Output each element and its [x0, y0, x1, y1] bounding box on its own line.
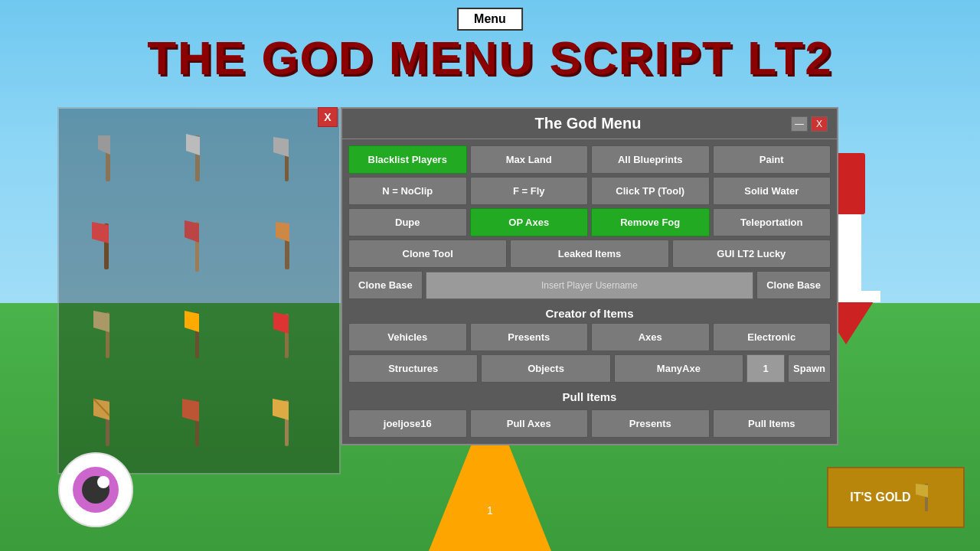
axe-icon-12	[262, 393, 315, 454]
gold-axe-icon	[911, 482, 942, 513]
button-row-4: Clone Tool Leaked Items GUI LT2 Lucky	[348, 240, 831, 268]
svg-marker-16	[185, 311, 199, 332]
axe-icon-4	[83, 216, 136, 277]
svg-marker-24	[182, 399, 199, 422]
axe-slot-1	[67, 116, 152, 201]
solid-water-button[interactable]: Solid Water	[713, 177, 831, 205]
axe-icon-10	[83, 393, 136, 454]
left-panel-close-button[interactable]: X	[318, 107, 338, 127]
noclip-button[interactable]: N = NoClip	[348, 177, 467, 205]
close-button[interactable]: X	[811, 116, 828, 132]
button-row-2: N = NoClip F = Fly Click TP (Tool) Solid…	[348, 177, 831, 205]
pull-items-row: joeljose16 Pull Axes Presents Pull Items	[348, 409, 831, 438]
paint-button[interactable]: Paint	[713, 145, 831, 174]
pull-presents-button[interactable]: Presents	[591, 409, 710, 438]
clone-base-row: Clone Base Clone Base	[348, 271, 831, 299]
axe-slot-6	[246, 204, 332, 289]
svg-marker-37	[916, 484, 928, 497]
click-tp-button[interactable]: Click TP (Tool)	[591, 177, 710, 205]
god-menu-body: Blacklist Players Max Land All Blueprint…	[342, 139, 837, 444]
axe-icon-1	[83, 128, 136, 189]
spawn-button[interactable]: Spawn	[788, 354, 831, 383]
gold-item: IT'S GOLD	[827, 467, 965, 528]
svg-marker-18	[273, 312, 289, 334]
axes-panel	[57, 107, 341, 474]
god-menu-titlebar: The God Menu — X	[342, 109, 837, 139]
dupe-button[interactable]: Dupe	[348, 208, 467, 236]
minimize-button[interactable]: —	[791, 116, 808, 132]
page-number: 1	[487, 504, 493, 517]
pull-items-button[interactable]: Pull Items	[713, 409, 831, 438]
creator-row-1: Vehicles Presents Axes Electronic	[348, 323, 831, 351]
axes-button[interactable]: Axes	[591, 323, 710, 351]
axe-icon-5	[172, 216, 226, 277]
teleportation-button[interactable]: Teleportation	[713, 208, 831, 236]
axe-slot-5	[156, 204, 242, 289]
svg-point-35	[102, 478, 108, 484]
axe-icon-9	[262, 305, 315, 366]
presents-button[interactable]: Presents	[470, 323, 589, 351]
axe-icon-3	[262, 128, 315, 189]
eyeball-decoration	[57, 452, 134, 528]
svg-marker-10	[185, 220, 199, 243]
spawn-row: Structures Objects ManyAxe Spawn	[348, 354, 831, 383]
objects-button[interactable]: Objects	[481, 354, 610, 383]
joeljose16-button[interactable]: joeljose16	[348, 409, 467, 438]
structures-button[interactable]: Structures	[348, 354, 478, 383]
svg-marker-26	[273, 399, 289, 420]
god-menu-title: The God Menu	[385, 115, 791, 132]
axe-slot-7	[67, 293, 152, 377]
op-axes-button[interactable]: OP Axes	[470, 208, 589, 236]
axe-icon-2	[172, 128, 226, 189]
remove-fog-button[interactable]: Remove Fog	[591, 208, 710, 236]
svg-marker-12	[276, 222, 289, 242]
axe-icon-6	[262, 216, 315, 277]
spawn-count-input[interactable]	[746, 354, 785, 383]
gold-label: IT'S GOLD	[850, 491, 910, 504]
blacklist-players-button[interactable]: Blacklist Players	[348, 145, 467, 174]
clone-tool-button[interactable]: Clone Tool	[348, 240, 507, 268]
axe-icon-11	[172, 393, 226, 454]
axe-slot-9	[246, 293, 332, 377]
leaked-items-button[interactable]: Leaked Items	[510, 240, 668, 268]
axe-icon-7	[83, 305, 136, 366]
god-menu-panel: The God Menu — X Blacklist Players Max L…	[341, 107, 838, 445]
gui-lt2-lucky-button[interactable]: GUI LT2 Lucky	[672, 240, 831, 268]
svg-marker-4	[186, 134, 200, 155]
username-input[interactable]	[426, 272, 753, 299]
creator-section-header: Creator of Items	[348, 302, 831, 323]
pull-section-header: Pull Items	[348, 386, 831, 406]
electronic-button[interactable]: Electronic	[713, 323, 831, 351]
titlebar-controls: — X	[791, 116, 828, 132]
axe-slot-4	[67, 204, 152, 289]
fly-button[interactable]: F = Fly	[470, 177, 589, 205]
manyaxe-button[interactable]: ManyAxe	[614, 354, 743, 383]
svg-marker-2	[98, 135, 110, 155]
menu-top-button[interactable]: Menu	[457, 8, 523, 31]
vehicles-button[interactable]: Vehicles	[348, 323, 467, 351]
pull-axes-button[interactable]: Pull Axes	[470, 409, 589, 438]
axe-slot-2	[156, 116, 242, 201]
eyeball-icon	[57, 452, 134, 528]
svg-marker-6	[273, 137, 289, 157]
axe-slot-11	[156, 381, 242, 465]
button-row-3: Dupe OP Axes Remove Fog Teleportation	[348, 208, 831, 236]
axe-slot-12	[246, 381, 332, 465]
svg-marker-8	[92, 222, 109, 243]
axe-icon-8	[172, 305, 226, 366]
axe-slot-3	[246, 116, 332, 201]
game-title: THE GOD MENU SCRIPT LT2	[0, 31, 980, 85]
max-land-button[interactable]: Max Land	[470, 145, 589, 174]
clone-base-left-button[interactable]: Clone Base	[348, 271, 423, 299]
all-blueprints-button[interactable]: All Blueprints	[591, 145, 710, 174]
svg-marker-14	[93, 311, 109, 332]
button-row-1: Blacklist Players Max Land All Blueprint…	[348, 145, 831, 174]
clone-base-right-button[interactable]: Clone Base	[756, 271, 831, 299]
axe-slot-8	[156, 293, 242, 377]
